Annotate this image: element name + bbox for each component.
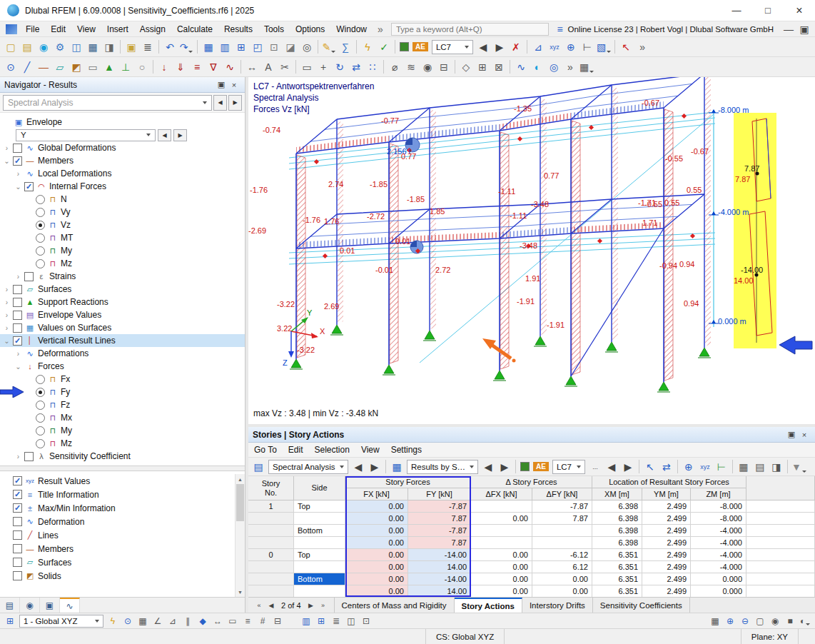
redo-icon[interactable]: ↷ <box>178 39 194 55</box>
cell-dfy[interactable]: 0.00 <box>532 573 592 585</box>
expander-icon[interactable]: ⌄ <box>3 337 11 345</box>
point-snap-icon[interactable]: ◆ <box>196 614 210 628</box>
menu-item-view[interactable]: View <box>71 21 101 37</box>
cell-filler[interactable] <box>746 500 815 513</box>
sync-selection-icon[interactable]: ⇄ <box>659 459 674 475</box>
scroll-thumb[interactable] <box>236 484 244 521</box>
menu-overflow-icon[interactable]: » <box>373 21 388 37</box>
cell-story-no[interactable] <box>248 525 294 537</box>
solid-icon[interactable]: ◩ <box>69 59 84 75</box>
cell-story-no[interactable] <box>248 513 294 525</box>
hinge-icon[interactable]: ○ <box>134 59 150 75</box>
cell-dfy[interactable] <box>532 537 592 549</box>
view-grid-icon[interactable]: ▦ <box>708 614 722 628</box>
cell-zm[interactable]: 0.000 <box>691 573 746 585</box>
float-panel-icon[interactable]: ▣ <box>785 430 798 439</box>
cell-story-no[interactable]: 1 <box>248 500 294 513</box>
guidelines-icon[interactable]: # <box>255 614 270 628</box>
prev-analysis-button[interactable]: ◀ <box>213 95 227 111</box>
table-chart-icon[interactable]: ▧ <box>596 39 612 55</box>
cell-filler[interactable] <box>746 513 815 525</box>
cell-filler[interactable] <box>746 549 815 561</box>
cell-fy[interactable]: 7.87 <box>408 537 471 549</box>
cell-story-no[interactable]: 0 <box>248 549 294 561</box>
cell-ym[interactable]: 2.499 <box>642 500 691 513</box>
cell-xm[interactable]: 6.398 <box>592 500 642 513</box>
tables-icon[interactable]: ▦ <box>201 39 216 55</box>
first-page-button[interactable]: « <box>254 602 264 609</box>
tree-item-envelope-values[interactable]: ›▤Envelope Values <box>0 308 245 321</box>
cell-dfy[interactable]: -6.12 <box>532 549 592 561</box>
tree-item-result-values[interactable]: ✓xyzResult Values <box>0 474 235 488</box>
cell-fx[interactable]: 0.00 <box>345 513 408 525</box>
cell-ym[interactable]: 2.499 <box>642 585 691 597</box>
ortho-icon[interactable]: ⊿ <box>166 614 180 628</box>
panel-menu-edit[interactable]: Edit <box>283 443 309 458</box>
relations-icon[interactable]: ⊢ <box>714 459 729 475</box>
opening-icon[interactable]: ▭ <box>85 59 101 75</box>
more-load-cases-icon[interactable]: ... <box>587 459 603 475</box>
table-split-icon[interactable]: ⊞ <box>314 614 328 628</box>
expander-icon[interactable]: › <box>3 286 11 293</box>
zoom-in-icon[interactable]: ⊕ <box>723 614 737 628</box>
tree-item-fy[interactable]: ⊓Fy <box>0 386 245 398</box>
expander-icon[interactable]: ⌄ <box>14 183 22 191</box>
tree-item-vertical-result-lines[interactable]: ⌄✓│Vertical Result Lines <box>0 334 245 347</box>
combinations-icon[interactable]: ∑ <box>338 39 353 55</box>
checkbox-deformation[interactable] <box>13 517 22 526</box>
cell-ym[interactable]: 2.499 <box>642 561 691 573</box>
cell-filler[interactable] <box>746 573 815 585</box>
mirror-icon[interactable]: ⇄ <box>348 59 364 75</box>
cell-dfx[interactable] <box>471 500 532 513</box>
layers-icon[interactable]: ≡ <box>241 614 255 628</box>
object-snap-icon[interactable]: ⊙ <box>121 614 135 628</box>
minimize-grid-icon[interactable]: ⊟ <box>270 614 285 628</box>
expander-icon[interactable]: › <box>3 311 11 319</box>
cell-side[interactable] <box>294 537 345 549</box>
move-icon[interactable]: + <box>315 59 331 75</box>
cell-zm[interactable]: -8.000 <box>691 513 746 525</box>
radio-mt[interactable] <box>36 233 45 243</box>
analysis-type-combo[interactable]: Spectral Analysis <box>3 95 212 111</box>
tree-item-fx[interactable]: ⊓Fx <box>0 373 245 386</box>
dimension-icon[interactable]: ↔ <box>244 59 260 75</box>
tree-item-global-deformations[interactable]: ›∿Global Deformations <box>0 141 245 154</box>
surface-load-icon[interactable]: ≡ <box>189 59 205 75</box>
checkbox-internal-forces[interactable]: ✓ <box>24 182 34 191</box>
expander-icon[interactable]: ⌄ <box>14 363 22 371</box>
tree-item-n[interactable]: ⊓N <box>0 193 245 206</box>
filter-icon[interactable]: ▼ <box>791 459 807 475</box>
tree-item-values-on-surfaces[interactable]: ›▦Values on Surfaces <box>0 321 245 334</box>
print-icon[interactable]: ◨ <box>101 39 117 55</box>
checkbox-result-values[interactable]: ✓ <box>13 476 22 485</box>
checkbox-global-deformations[interactable] <box>13 144 22 153</box>
free-load-icon[interactable]: ∇ <box>206 59 221 75</box>
tree-item-solids[interactable]: ◩Solids <box>0 569 235 583</box>
cell-dfx[interactable] <box>471 537 532 549</box>
cell-side[interactable] <box>294 561 345 573</box>
menu-item-file[interactable]: File <box>20 21 45 37</box>
scroll-up-icon[interactable]: ▲ <box>236 474 245 484</box>
cell-fx[interactable]: 0.00 <box>345 561 408 573</box>
stories-icon[interactable]: ▤ <box>250 459 266 475</box>
menu-item-insert[interactable]: Insert <box>101 21 134 37</box>
move-snap-icon[interactable]: ↔ <box>211 614 225 628</box>
overflow-icon[interactable]: » <box>634 39 650 55</box>
cell-filler[interactable] <box>746 585 815 597</box>
cell-zm[interactable]: -4.000 <box>691 537 746 549</box>
calculate-icon[interactable]: ϟ <box>360 39 375 55</box>
graphics-viewport[interactable]: -0.74-0.77-1.35-0.67-0.55-0.670.55-8.000… <box>248 77 815 424</box>
prev-page-button[interactable]: ◀ <box>266 602 276 609</box>
result-values-icon[interactable]: xyz <box>547 39 562 55</box>
last-page-button[interactable]: » <box>318 602 328 609</box>
cell-zm[interactable]: -4.000 <box>691 561 746 573</box>
checkbox-support-reactions[interactable] <box>13 298 22 307</box>
result-combination-badge[interactable]: AE <box>533 462 549 471</box>
cell-zm[interactable]: 0.000 <box>691 585 746 597</box>
select-box-icon[interactable]: ▭ <box>226 614 240 628</box>
member-icon[interactable]: — <box>36 59 51 75</box>
work-plane-combo[interactable]: 1 - Global XYZ <box>19 615 103 628</box>
tree-item-fz[interactable]: ⊓Fz <box>0 398 245 411</box>
render-view-icon[interactable]: ◉ <box>768 614 782 628</box>
menu-item-window[interactable]: Window <box>330 21 373 37</box>
